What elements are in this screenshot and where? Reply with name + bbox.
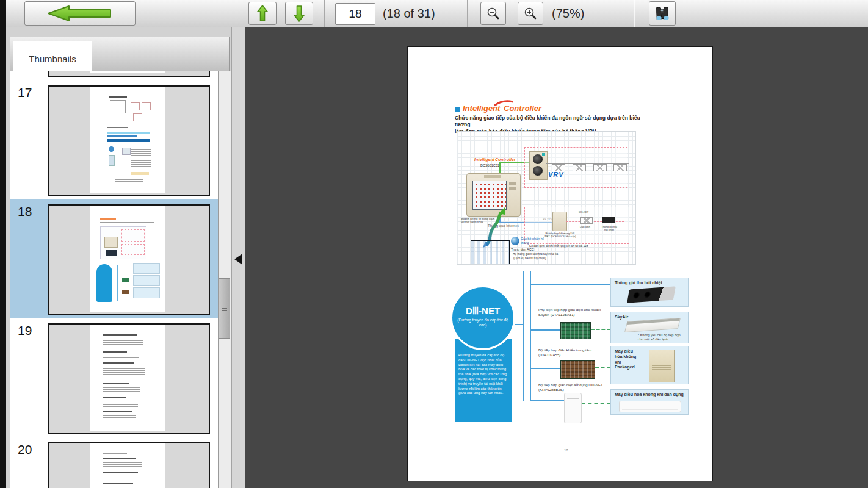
zoom-out-icon — [486, 6, 501, 21]
bus-line — [530, 368, 562, 369]
skyair-product-image — [624, 318, 681, 333]
thumbnail-number: 17 — [18, 85, 32, 100]
thumbnail-row-17: 17 — [10, 81, 218, 199]
back-button[interactable] — [24, 1, 136, 26]
acc-note-2: (Dịch vụ bảo trì tùy chọn) — [513, 257, 546, 260]
hrv-product-image — [627, 286, 676, 303]
residential-info-box: Máy điều hòa không khí dân dụng — [610, 389, 689, 415]
logo-swoosh-icon — [493, 99, 514, 107]
adapter-caption: Bộ tiếp hợp kết mạng DIII-NET (DCS601C51… — [544, 232, 576, 239]
diagram-logo-intelligent: Intelligent — [474, 157, 494, 162]
thumbnail-page-image — [90, 443, 165, 488]
acc-note-1: - Hệ thống giám sát trực tuyến từ xa — [511, 253, 558, 256]
indoor-unit-icon — [580, 217, 593, 224]
page-up-icon — [256, 4, 269, 23]
thumbnail-page-16-partial[interactable] — [48, 71, 210, 77]
controller-model-label: DCS601C51 — [480, 163, 499, 168]
thumbnail-row-20: 20 — [10, 437, 218, 488]
residential-product-image — [619, 401, 681, 412]
sidebar-scrollbar[interactable] — [218, 71, 232, 488]
thumbnail-row-19: 19 — [10, 318, 218, 437]
section-bullet — [455, 107, 460, 112]
thumbnail-page-17[interactable] — [48, 85, 210, 196]
packaged-box-title: Máy điều hòa không khí Packaged — [615, 349, 642, 370]
sidebar: Thumbnails 17 — [6, 27, 245, 488]
thumbnail-page-20[interactable] — [48, 442, 210, 488]
interface-adapter-label: Bộ tiếp hợp giao diện sử dụng DIII-NET (… — [538, 383, 614, 393]
vrv-outdoor-unit — [529, 151, 548, 180]
bus-line — [530, 400, 565, 401]
zoom-in-button[interactable] — [518, 2, 543, 25]
toolbar-separator — [634, 0, 634, 27]
thumbnail-page-19[interactable] — [48, 323, 210, 434]
skyair-adapter-label: Phụ kiện tiếp hợp giao diện cho model Sk… — [538, 308, 606, 318]
page-number-input[interactable] — [335, 3, 375, 25]
scrollbar-thumb[interactable] — [219, 278, 230, 339]
diii-net-description-panel: Đường truyền đa cấp tốc độ cao DIII-NET … — [455, 339, 512, 422]
skyair-box-note: * Không yêu cầu bộ tiếp hợp cho một số d… — [638, 333, 685, 342]
diii-net-description: Đường truyền đa cấp tốc độ cao DIII-NET … — [458, 353, 508, 396]
search-binoculars-icon — [654, 5, 671, 21]
window-edge — [0, 0, 6, 488]
packaged-product-image — [649, 350, 675, 382]
thumbnail-page-image — [90, 87, 165, 193]
back-arrow-icon — [46, 4, 114, 23]
monitor-label: Các bộ phận hệ thống — [521, 237, 548, 245]
expansion-note: Số dàn lạnh có thể mở rộng lên tới tối đ… — [529, 245, 588, 248]
vrv-system-box: VRV — [524, 147, 627, 188]
document-canvas[interactable]: Intelligent Controller Chức năng giao ti… — [245, 27, 868, 488]
zoom-out-button[interactable] — [480, 2, 506, 25]
page-footer-number: 17 — [564, 448, 568, 453]
diii-net-adapter-device — [552, 212, 567, 231]
diii-net-title: DⅢ-NET — [452, 306, 513, 317]
bus-line — [530, 271, 531, 401]
page-down-icon — [293, 4, 305, 23]
skyair-box-title: SkyAir — [615, 315, 628, 320]
skyair-info-box: SkyAir * Không yêu cầu bộ tiếp hợp cho m… — [610, 312, 689, 343]
interface-adapter-device — [564, 393, 582, 423]
collapse-arrow-icon — [234, 254, 242, 265]
diii-net-subtitle: (Đường truyền đa cấp tốc độ cao) — [457, 318, 508, 328]
page-count-label: (18 of 31) — [383, 0, 435, 27]
globe-icon — [511, 237, 519, 245]
monitoring-center-photo — [471, 240, 510, 264]
indoor-unit-icon — [573, 164, 586, 171]
dashed-connector — [595, 367, 610, 368]
thumbnail-page-image — [90, 206, 165, 312]
diagram-logo-controller: Controller — [495, 157, 515, 162]
hrv-info-box: Thông gió thu hồi nhiệt — [610, 278, 689, 307]
residential-box-title: Máy điều hòa không khí dân dụng — [615, 392, 684, 398]
connector-line — [499, 162, 501, 173]
central-adapter-pcb — [560, 360, 595, 379]
thumbnail-page-image — [90, 325, 165, 431]
thumbnail-number: 19 — [18, 323, 32, 338]
thumbnail-page-18[interactable] — [48, 204, 210, 315]
hrv-caption: Thông gió thu hồi nhiệt — [599, 225, 619, 232]
toolbar: (18 of 31) (75%) — [6, 0, 868, 27]
hrv-unit-icon — [602, 217, 615, 223]
thumbnail-page-image — [90, 71, 165, 73]
vrv-label: VRV — [548, 171, 564, 178]
central-adapter-label: Bộ tiếp hợp điều khiển trung tâm. (DTA10… — [538, 348, 608, 358]
bus-line — [530, 284, 610, 285]
thumbnail-row-18-selected: 18 — [10, 199, 218, 318]
system-diagram: Intelligent Controller DCS601C51 — [457, 131, 636, 265]
pdf-page: Intelligent Controller Chức năng giao ti… — [408, 47, 712, 481]
dashed-connector — [582, 403, 610, 404]
controller-screen — [472, 181, 507, 210]
bus-line — [530, 329, 562, 331]
thumbnail-number: 20 — [18, 442, 32, 457]
intro-line-1: Chức năng giao tiếp của bộ điều khiển đa… — [455, 115, 656, 128]
search-button[interactable] — [649, 1, 676, 26]
zoom-level-label: (75%) — [552, 0, 584, 27]
indoor-unit-icon — [593, 164, 607, 171]
packaged-info-box: Máy điều hòa không khí Packaged — [610, 346, 689, 384]
sidebar-collapse-handle[interactable] — [231, 27, 247, 488]
previous-page-button[interactable] — [248, 2, 277, 25]
next-page-button[interactable] — [285, 2, 313, 25]
bus-line — [523, 271, 524, 401]
thumbnail-list: 17 — [10, 71, 218, 488]
indoor-unit-caption: Dàn lạnh — [580, 225, 590, 228]
zoom-in-icon — [523, 6, 538, 21]
sidebar-tabstrip: Thumbnails — [10, 37, 230, 72]
